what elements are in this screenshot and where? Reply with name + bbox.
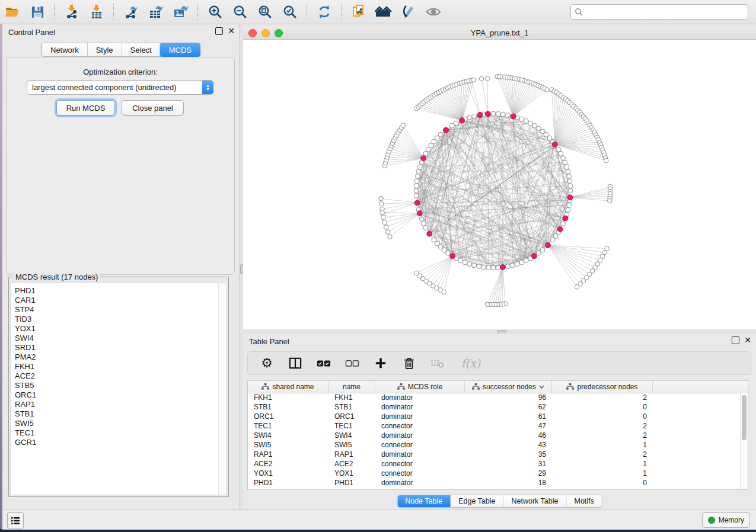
mcds-result-item[interactable]: SWI5 [15,419,219,428]
network-window-titlebar: YPA_prune.txt_1 [243,27,756,40]
float-panel-icon[interactable] [215,27,223,35]
mcds-result-item[interactable]: FKH1 [15,362,219,371]
table-row[interactable]: PHD1PHD1dominator180 [248,478,741,488]
zoom-fit-button[interactable] [255,2,275,21]
import-network-button[interactable] [62,2,82,21]
mcds-node[interactable] [421,156,426,161]
open-folder-button[interactable] [2,2,23,21]
mcds-node[interactable] [444,127,449,133]
export-network-button[interactable] [121,2,141,21]
zoom-in-button[interactable] [205,2,225,21]
close-panel-button[interactable]: Close panel [122,100,184,116]
zoom-in-icon [208,4,223,20]
mcds-node[interactable] [511,114,516,119]
mcds-node[interactable] [427,231,432,236]
column-header-shared-name[interactable]: shared name [248,381,328,393]
column-header-name[interactable]: name [328,381,375,393]
network-from-selection-icon [351,4,366,20]
column-header-MCDS-role[interactable]: MCDS role [375,381,465,393]
mcds-node[interactable] [563,216,568,221]
refresh-button[interactable] [314,2,334,21]
memory-button[interactable]: Memory [702,512,750,528]
tab-select[interactable]: Select [122,43,161,56]
mcds-node[interactable] [460,118,465,123]
mcds-result-item[interactable]: STP4 [15,305,219,315]
run-mcds-button[interactable]: Run MCDS [56,100,115,116]
global-search-field[interactable] [570,4,748,20]
mcds-result-item[interactable]: PMA2 [15,352,219,362]
mcds-node[interactable] [500,265,505,270]
tab-edge-table[interactable]: Edge Table [451,495,503,507]
float-panel-icon[interactable] [732,336,739,344]
new-network-from-selection-button[interactable] [349,2,369,21]
task-history-button[interactable] [7,512,24,528]
mcds-result-group: MCDS result (17 nodes) PHD1CAR1STP4TID3Y… [8,277,229,497]
mcds-node[interactable] [557,227,563,232]
tab-style[interactable]: Style [88,43,122,56]
mcds-result-item[interactable]: TID3 [15,315,219,324]
column-header-successor-nodes[interactable]: successor nodes [465,381,552,393]
mcds-result-item[interactable]: ACE2 [15,371,219,381]
mcds-result-item[interactable]: STB5 [15,381,219,390]
mcds-node[interactable] [414,200,420,206]
mcds-node[interactable] [477,113,483,118]
search-input[interactable] [583,7,744,17]
scrollbar-thumb[interactable] [742,395,747,440]
delete-column-button[interactable] [402,356,416,370]
tab-node-table[interactable]: Node Table [397,495,451,507]
table-row[interactable]: ACE2ACE2connector311 [248,459,741,469]
mcds-result-item[interactable]: YOX1 [15,324,219,334]
mcds-node[interactable] [567,195,573,200]
import-table-button[interactable] [87,2,107,21]
show-all-networks-button[interactable] [374,2,394,21]
mcds-result-item[interactable]: GCR1 [15,438,219,447]
export-image-button[interactable] [171,2,191,21]
mcds-result-item[interactable]: PHD1 [15,286,219,296]
mcds-list-scrollbar[interactable] [218,283,227,495]
mcds-result-item[interactable]: TEC1 [15,428,219,438]
mcds-node[interactable] [531,254,537,259]
mcds-node[interactable] [450,254,455,259]
deselect-all-button[interactable] [345,356,359,370]
horizontal-splitter[interactable] [243,329,756,334]
mcds-result-item[interactable]: SRD1 [15,343,219,352]
mcds-result-item[interactable]: RAP1 [15,400,219,409]
optimization-criterion-select[interactable]: largest connected component (undirected)… [27,80,213,95]
close-panel-icon[interactable]: ✕ [228,28,235,34]
zoom-out-button[interactable] [230,2,250,21]
table-row[interactable]: YOX1YOX1connector291 [248,469,741,478]
zoom-selected-button[interactable] [280,2,300,21]
mcds-result-item[interactable]: ORC1 [15,390,219,400]
close-panel-icon[interactable]: ✕ [744,337,751,344]
table-scrollbar[interactable] [740,393,748,489]
tab-mcds[interactable]: MCDS [160,43,200,57]
tab-motifs[interactable]: Motifs [566,495,601,507]
column-header-predecessor-nodes[interactable]: predecessor nodes [552,381,653,393]
hide-panel-button[interactable] [423,2,444,21]
mcds-result-item[interactable]: STB1 [15,409,219,419]
table-row[interactable]: STB1STB1dominator620 [248,402,741,412]
tab-network[interactable]: Network [42,43,88,56]
show-columns-button[interactable] [288,356,302,370]
table-row[interactable]: SWI5SWI5connector431 [248,440,741,450]
tab-network-table[interactable]: Network Table [504,495,567,507]
mcds-result-item[interactable]: CAR1 [15,296,219,305]
mcds-node[interactable] [417,211,422,216]
table-row[interactable]: TEC1TEC1connector472 [248,421,741,431]
save-button[interactable] [27,2,47,21]
mcds-node[interactable] [552,142,557,147]
table-row[interactable]: RAP1RAP1dominator352 [248,450,741,459]
mcds-node[interactable] [486,111,491,117]
table-settings-button[interactable]: ⚙ [260,356,274,370]
mcds-result-list[interactable]: PHD1CAR1STP4TID3YOX1SWI4SRD1PMA2FKH1ACE2… [10,283,227,495]
network-canvas[interactable] [243,40,756,329]
export-table-button[interactable] [146,2,166,21]
table-row[interactable]: FKH1FKH1dominator962 [248,393,741,402]
vizmapper-button[interactable] [398,2,419,21]
select-all-button[interactable] [317,356,331,370]
table-row[interactable]: ORC1ORC1dominator610 [248,412,741,421]
table-row[interactable]: SWI4SWI4dominator462 [248,431,741,440]
mcds-result-item[interactable]: SWI4 [15,334,219,343]
add-column-button[interactable] [374,356,388,370]
mcds-node[interactable] [546,243,551,248]
